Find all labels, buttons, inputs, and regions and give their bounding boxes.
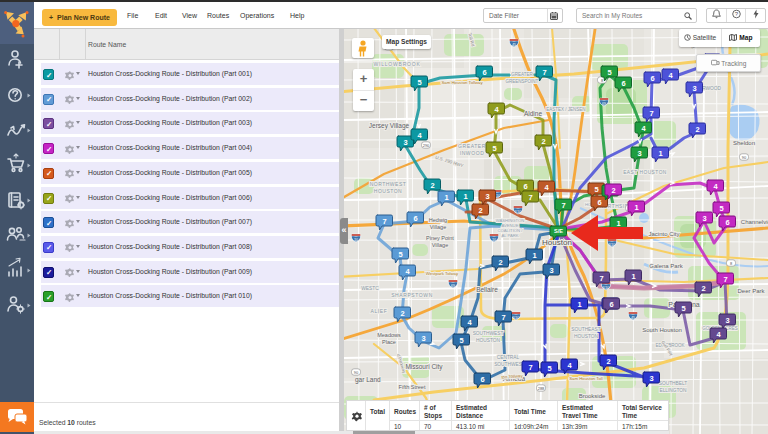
svg-text:5: 5 — [492, 144, 496, 153]
svg-text:6: 6 — [609, 300, 613, 309]
svg-text:NORTHWEST: NORTHWEST — [370, 181, 407, 187]
svg-text:SOUTHWES: SOUTHWES — [494, 362, 522, 367]
svg-text:5: 5 — [594, 185, 598, 194]
svg-text:69: 69 — [602, 102, 606, 106]
svg-text:7: 7 — [528, 193, 532, 202]
svg-text:10: 10 — [492, 238, 496, 242]
svg-text:Piney Point: Piney Point — [426, 235, 454, 241]
svg-text:Sam Houston Tollway: Sam Houston Tollway — [441, 80, 483, 85]
svg-text:90: 90 — [354, 370, 359, 375]
svg-text:?: ? — [734, 11, 738, 17]
svg-text:7: 7 — [561, 201, 565, 210]
svg-text:1: 1 — [658, 149, 662, 158]
svg-text:610: 610 — [515, 210, 521, 214]
svg-text:2: 2 — [498, 258, 502, 267]
svg-text:SOUTHEAST: SOUTHEAST — [571, 327, 600, 332]
svg-text:6: 6 — [725, 218, 729, 227]
svg-text:7: 7 — [723, 275, 727, 284]
svg-text:HOUSTON: HOUSTON — [374, 188, 402, 194]
svg-text:3: 3 — [485, 192, 489, 201]
svg-text:5: 5 — [398, 250, 402, 259]
svg-text:3: 3 — [637, 149, 641, 158]
svg-text:Village: Village — [430, 224, 446, 230]
svg-text:EASTEX / JENSEN: EASTEX / JENSEN — [546, 107, 585, 112]
svg-text:Place: Place — [382, 339, 396, 345]
svg-text:S/E: S/E — [554, 228, 563, 234]
svg-text:288: 288 — [538, 386, 545, 391]
svg-text:1: 1 — [616, 219, 620, 228]
svg-text:Brookside: Brookside — [579, 393, 606, 399]
svg-text:69: 69 — [451, 284, 455, 288]
svg-text:AL PARK: AL PARK — [501, 233, 518, 238]
svg-text:ELLINGTON: ELLINGTON — [659, 388, 687, 393]
svg-text:Galena Park: Galena Park — [649, 263, 683, 269]
svg-text:1: 1 — [634, 203, 638, 212]
svg-text:6: 6 — [597, 198, 601, 207]
svg-text:Westpark Tolway: Westpark Tolway — [426, 271, 459, 276]
svg-text:Village: Village — [432, 242, 448, 248]
svg-text:3: 3 — [692, 84, 696, 93]
svg-text:GREENSPOINT: GREENSPOINT — [506, 79, 539, 84]
svg-text:2: 2 — [478, 206, 482, 215]
svg-text:3: 3 — [403, 138, 407, 147]
svg-text:SOUTHBELT: SOUTHBELT — [659, 381, 687, 386]
svg-text:7: 7 — [382, 217, 386, 226]
svg-text:HOUSTON: HOUSTON — [574, 334, 598, 339]
svg-text:3: 3 — [702, 214, 706, 223]
svg-text:Houston: Houston — [542, 238, 572, 247]
svg-text:2: 2 — [541, 137, 545, 146]
svg-text:1: 1 — [444, 193, 448, 202]
svg-text:610: 610 — [513, 316, 519, 320]
svg-text:Hedwig: Hedwig — [429, 217, 447, 223]
svg-text:South Houston: South Houston — [642, 327, 682, 333]
svg-text:6: 6 — [650, 74, 654, 83]
svg-text:gar Land: gar Land — [355, 376, 381, 384]
svg-text:3: 3 — [549, 266, 553, 275]
svg-text:10: 10 — [354, 238, 358, 242]
svg-text:3: 3 — [725, 316, 729, 325]
svg-text:Aldine: Aldine — [524, 110, 542, 117]
svg-text:5: 5 — [607, 68, 611, 77]
svg-text:Jacinto City: Jacinto City — [648, 231, 679, 237]
svg-text:1: 1 — [577, 300, 581, 309]
svg-text:7: 7 — [599, 274, 603, 283]
svg-text:Jersey Village: Jersey Village — [369, 122, 410, 130]
svg-text:SHARPSTOWN: SHARPSTOWN — [391, 292, 433, 298]
svg-text:ALIEF: ALIEF — [371, 308, 388, 314]
svg-text:Sam Houston Toll: Sam Houston Toll — [569, 376, 603, 381]
svg-text:HOUSTON: HOUSTON — [476, 338, 500, 343]
svg-text:90: 90 — [742, 155, 747, 160]
svg-text:2: 2 — [611, 186, 615, 195]
svg-text:5: 5 — [459, 336, 463, 345]
svg-text:Missouri City: Missouri City — [405, 363, 443, 371]
svg-text:290: 290 — [423, 143, 430, 148]
svg-text:WESTC: WESTC — [361, 286, 379, 291]
svg-text:7: 7 — [528, 363, 532, 372]
svg-text:610: 610 — [603, 286, 609, 290]
svg-text:GREATER: GREATER — [511, 72, 533, 77]
svg-text:6: 6 — [480, 375, 484, 384]
svg-text:6: 6 — [482, 68, 486, 77]
svg-text:1: 1 — [463, 192, 467, 201]
svg-text:610: 610 — [609, 243, 615, 247]
svg-text:6: 6 — [413, 214, 417, 223]
svg-text:INWOOD: INWOOD — [460, 150, 485, 156]
svg-text:GREATER: GREATER — [458, 143, 486, 149]
svg-text:2: 2 — [695, 125, 699, 134]
svg-text:45: 45 — [631, 316, 635, 320]
svg-text:6: 6 — [523, 182, 527, 191]
svg-text:5: 5 — [417, 78, 421, 87]
svg-text:5: 5 — [547, 364, 551, 373]
svg-text:Fifth Street: Fifth Street — [399, 384, 426, 390]
svg-text:7: 7 — [649, 109, 653, 118]
svg-text:EAST HOUSTON: EAST HOUSTON — [623, 170, 667, 175]
svg-text:2: 2 — [400, 309, 404, 318]
svg-text:6: 6 — [621, 79, 625, 88]
svg-text:3: 3 — [649, 374, 653, 383]
svg-text:45: 45 — [512, 43, 516, 47]
svg-text:Deer Park: Deer Park — [737, 288, 765, 294]
svg-text:3: 3 — [421, 334, 425, 343]
svg-text:Meadows: Meadows — [377, 332, 401, 338]
svg-text:2: 2 — [606, 357, 610, 366]
svg-text:Sheldon: Sheldon — [733, 140, 755, 146]
